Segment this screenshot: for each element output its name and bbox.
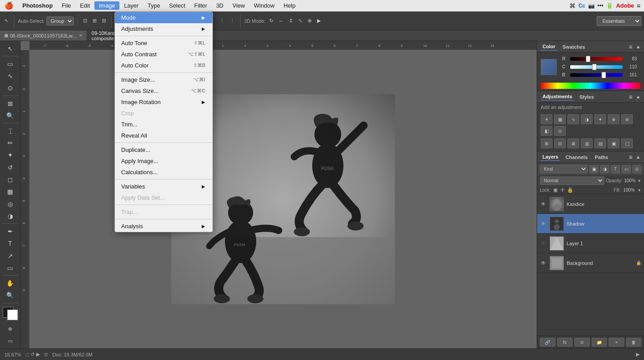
lasso-tool[interactable]: ∿ [3, 70, 18, 81]
distribute-5[interactable]: ⋮ [218, 17, 226, 25]
pixel-filter-btn[interactable]: ▣ [589, 165, 598, 173]
adj-collapse-icon[interactable]: ▲ [636, 94, 640, 99]
paths-tab[interactable]: Paths [593, 154, 610, 161]
dodge-tool[interactable]: ◑ [3, 210, 18, 222]
menu-auto-color[interactable]: Auto Color ⇧⌘B [115, 60, 212, 71]
menu-window[interactable]: Window [250, 1, 279, 10]
adjustments-tab[interactable]: Adjustments [541, 93, 574, 100]
brush-tool[interactable]: ✏ [3, 138, 18, 149]
bg-visibility[interactable]: 👁 [540, 260, 547, 267]
menu-variables[interactable]: Variables ▶ [115, 181, 212, 192]
move-tool-options[interactable]: ↖ [3, 17, 10, 25]
menu-mode[interactable]: Mode ▶ [115, 12, 212, 23]
selectivecolor-adj[interactable]: ▢ [621, 138, 633, 148]
menu-image-rotation[interactable]: Image Rotation ▶ [115, 96, 212, 108]
menu-filter[interactable]: Filter [190, 1, 212, 10]
tab-1-close[interactable]: ✕ [79, 33, 82, 38]
color-tab[interactable]: Color [541, 43, 557, 50]
menu-type[interactable]: Type [143, 1, 165, 10]
layer-row-layer1[interactable]: 👁 Layer 1 [537, 234, 644, 253]
gradientmap-adj[interactable]: ▣ [608, 138, 619, 148]
menu-view[interactable]: View [228, 1, 250, 10]
threshold-adj[interactable]: ▤ [594, 138, 606, 148]
layers-panel-options[interactable]: ≡ [629, 154, 632, 161]
3d-rotate[interactable]: ↻ [267, 17, 275, 25]
3d-zoom[interactable]: ⇕ [287, 17, 295, 25]
bw-adj[interactable]: ◧ [541, 126, 552, 136]
blend-mode-dropdown[interactable]: Normal Multiply Screen [540, 176, 604, 185]
add-link-btn[interactable]: 🔗 [540, 338, 555, 347]
hsl-adj[interactable]: ⊕ [608, 114, 619, 124]
menu-icon[interactable]: ≡ [637, 2, 640, 9]
transform-btn-2[interactable]: ⊞ [91, 17, 98, 25]
shape-filter-btn[interactable]: ▭ [622, 165, 631, 173]
menu-adjustments[interactable]: Adjustments ▶ [115, 23, 212, 34]
exposure-adj[interactable]: ◑ [581, 114, 593, 124]
kind-filter-dropdown[interactable]: Kind [540, 165, 588, 173]
background-color[interactable] [7, 310, 18, 320]
menu-3d[interactable]: 3D [212, 1, 228, 10]
colorlookup-adj[interactable]: ⊟ [554, 138, 566, 148]
layer-row-kandice[interactable]: 👁 Kandice [537, 194, 644, 214]
posterize-adj[interactable]: ▥ [581, 138, 593, 148]
move-tool[interactable]: ↖ [3, 43, 18, 54]
b-slider-thumb[interactable] [602, 72, 606, 78]
kandice-visibility[interactable]: 👁 [540, 201, 547, 208]
swatches-tab[interactable]: Swatches [561, 43, 587, 50]
menu-duplicate[interactable]: Duplicate... [115, 144, 212, 155]
add-fx-btn[interactable]: fx [557, 338, 573, 347]
fill-value[interactable]: 100% [623, 188, 635, 193]
patch-tool[interactable]: ⌶ [3, 125, 18, 136]
apple-menu[interactable]: 🍎 [0, 1, 18, 10]
panel-options-icon[interactable]: ≡ [629, 43, 632, 50]
menu-select[interactable]: Select [165, 1, 190, 10]
workspace-dropdown[interactable]: Essentials [597, 16, 641, 26]
menu-layer[interactable]: Layer [119, 1, 143, 10]
layer-row-shadow[interactable]: 👁 Shadow [537, 214, 644, 234]
quick-mask[interactable]: ⊕ [3, 323, 18, 334]
channelmixer-adj[interactable]: ⊞ [541, 138, 552, 148]
next-arrow[interactable]: ▶ [636, 352, 640, 357]
delete-layer-btn[interactable]: 🗑 [626, 338, 642, 347]
smart-filter-btn[interactable]: ⊙ [632, 165, 641, 173]
lock-all-icon[interactable]: 🔒 [567, 187, 573, 193]
select-rect-tool[interactable]: ▭ [3, 58, 18, 69]
adj-panel-options[interactable]: ≡ [629, 93, 632, 100]
menu-auto-contrast[interactable]: Auto Contrast ⌥⇧⌘L [115, 49, 212, 60]
invert-adj[interactable]: ⊠ [568, 138, 579, 148]
menu-image-size[interactable]: Image Size... ⌥⌘I [115, 74, 212, 85]
doc-tab-1[interactable]: 08-iStock_000011057163Lar... ✕ [0, 30, 87, 41]
crop-tool[interactable]: ⊠ [3, 98, 18, 109]
layers-tab[interactable]: Layers [541, 153, 560, 161]
new-group-btn[interactable]: 📁 [592, 338, 607, 347]
photofilter-adj[interactable]: ⊙ [554, 126, 566, 136]
gradient-tool[interactable]: ▦ [3, 186, 18, 197]
lock-pixels-icon[interactable]: ▣ [553, 187, 558, 193]
layer-row-background[interactable]: 👁 Background 🔒 [537, 253, 644, 273]
shadow-visibility[interactable]: 👁 [540, 220, 547, 227]
colorbalance-adj[interactable]: ⊛ [621, 114, 633, 124]
menu-help[interactable]: Help [279, 1, 300, 10]
clone-tool[interactable]: ✦ [3, 150, 18, 161]
menu-reveal-all[interactable]: Reveal All [115, 130, 212, 141]
transform-btn-3[interactable]: ⊟ [100, 17, 108, 25]
levels-adj[interactable]: ▦ [554, 114, 566, 124]
adjust-filter-btn[interactable]: ◑ [600, 165, 609, 173]
layer1-visibility[interactable]: 👁 [540, 240, 547, 247]
menu-file[interactable]: File [57, 1, 76, 10]
menu-apply-image[interactable]: Apply Image... [115, 155, 212, 167]
auto-select-dropdown[interactable]: Group Layer [47, 17, 74, 25]
eyedropper-tool[interactable]: 🔍 [3, 110, 18, 121]
blur-tool[interactable]: ◎ [3, 198, 18, 209]
fill-arrow[interactable]: ▼ [637, 188, 641, 193]
shape-tool[interactable]: ▭ [3, 262, 18, 273]
collapse-icon[interactable]: ▲ [636, 44, 640, 49]
color-spectrum[interactable] [541, 83, 640, 89]
curves-adj[interactable]: ∿ [568, 114, 579, 124]
c-slider-thumb[interactable] [592, 64, 597, 70]
menu-edit[interactable]: Edit [76, 1, 94, 10]
hand-tool[interactable]: ✋ [3, 277, 18, 289]
opacity-value[interactable]: 100% [624, 178, 636, 183]
add-mask-btn[interactable]: ⊙ [574, 338, 590, 347]
screen-mode[interactable]: ▭ [3, 335, 18, 347]
